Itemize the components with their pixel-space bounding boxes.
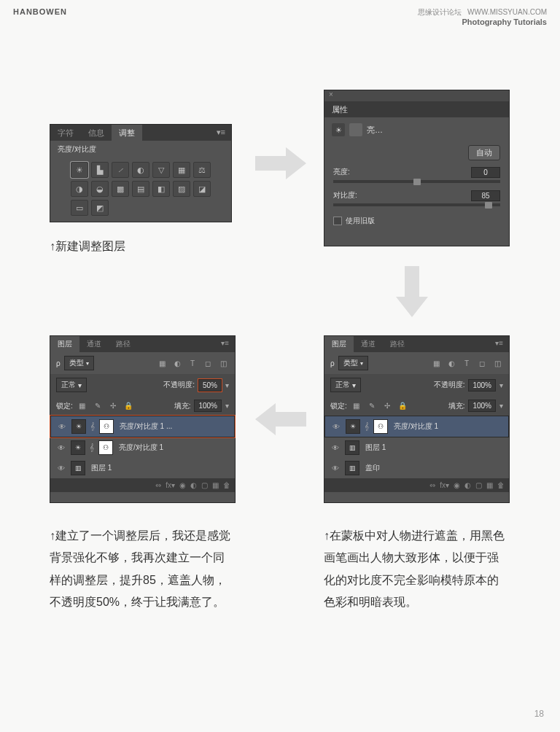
mask-add-icon[interactable]: ◉ <box>179 481 186 489</box>
trash-icon[interactable]: 🗑 <box>497 481 505 489</box>
layer-name[interactable]: 亮度/对比度 1 <box>391 421 438 432</box>
panel-close-icon[interactable]: × <box>324 90 509 101</box>
filter-pixel-icon[interactable]: ▦ <box>430 357 442 369</box>
filter-text-icon[interactable]: T <box>461 357 472 369</box>
layer-thumb[interactable]: ▥ <box>345 461 359 475</box>
threshold-icon[interactable]: ◪ <box>193 181 211 197</box>
contrast-value[interactable]: 85 <box>471 190 500 201</box>
layer-row-1[interactable]: 👁 ▥ 图层 1 <box>324 437 509 458</box>
blend-mode-select[interactable]: 正常▾ <box>56 378 87 392</box>
panel-menu-icon[interactable]: ▾≡ <box>489 336 509 352</box>
group-icon[interactable]: ▢ <box>201 481 208 489</box>
selective-color-icon[interactable]: ◩ <box>91 200 109 216</box>
tab-paths[interactable]: 路径 <box>383 336 412 352</box>
filter-adjust-icon[interactable]: ◐ <box>446 357 457 369</box>
vibrance-icon[interactable]: ▽ <box>152 162 170 178</box>
lock-all-icon[interactable]: 🔒 <box>122 400 134 412</box>
layer-name[interactable]: 盖印 <box>362 463 380 473</box>
visibility-icon[interactable]: 👁 <box>329 462 342 475</box>
mask-thumb[interactable]: ⚇ <box>98 440 113 455</box>
group-icon[interactable]: ▢ <box>475 481 482 489</box>
fx-icon[interactable]: fx▾ <box>166 481 175 489</box>
layer-row-bc1[interactable]: 👁 ☀ 𝄞 ⚇ 亮度/对比度 1 <box>324 416 509 437</box>
adjustment-icon[interactable]: ◐ <box>190 481 197 489</box>
layer-thumb-icon[interactable]: ☀ <box>71 419 86 434</box>
link-icon[interactable]: 𝄞 <box>88 443 96 452</box>
filter-shape-icon[interactable]: ◻ <box>202 357 214 369</box>
lookup-icon[interactable]: ▤ <box>132 181 149 197</box>
filter-shape-icon[interactable]: ◻ <box>476 357 488 369</box>
brightness-contrast-icon[interactable]: ☀ <box>71 162 88 178</box>
contrast-slider[interactable] <box>333 203 500 206</box>
gradient-map-icon[interactable]: ▭ <box>71 200 88 216</box>
adjustment-icon[interactable]: ◐ <box>464 481 471 489</box>
tab-layers[interactable]: 图层 <box>324 336 354 352</box>
new-layer-icon[interactable]: ▦ <box>486 481 493 489</box>
layer-thumb-icon[interactable]: ☀ <box>71 440 85 455</box>
hue-icon[interactable]: ▦ <box>173 162 190 178</box>
lock-transparent-icon[interactable]: ▦ <box>351 400 362 412</box>
bw-icon[interactable]: ◑ <box>71 181 88 197</box>
link-layers-icon[interactable]: ⇔ <box>155 481 161 489</box>
fill-value[interactable]: 100% <box>194 400 222 412</box>
layer-name[interactable]: 图层 1 <box>88 463 112 473</box>
layer-name[interactable]: 图层 1 <box>362 443 386 453</box>
visibility-icon[interactable]: 👁 <box>55 462 68 475</box>
photo-filter-icon[interactable]: ◒ <box>91 181 109 197</box>
new-layer-icon[interactable]: ▦ <box>212 481 219 489</box>
curves-icon[interactable]: ⟋ <box>112 162 129 178</box>
posterize-icon[interactable]: ▨ <box>173 181 190 197</box>
layer-row-bc1[interactable]: 👁 ☀ 𝄞 ⚇ 亮度/对比度 1 ... <box>50 416 235 437</box>
levels-icon[interactable]: ▙ <box>91 162 109 178</box>
lock-paint-icon[interactable]: ✎ <box>366 400 378 412</box>
mask-thumb[interactable]: ⚇ <box>373 419 388 434</box>
visibility-icon[interactable]: 👁 <box>55 441 68 454</box>
invert-icon[interactable]: ◧ <box>152 181 170 197</box>
legacy-checkbox[interactable] <box>333 217 342 225</box>
tab-layers[interactable]: 图层 <box>50 336 79 352</box>
fill-value[interactable]: 100% <box>468 400 496 412</box>
layer-row-1[interactable]: 👁 ▥ 图层 1 <box>50 458 235 478</box>
channel-mixer-icon[interactable]: ▩ <box>112 181 129 197</box>
tab-char[interactable]: 字符 <box>50 125 81 141</box>
mask-icon[interactable] <box>349 123 362 136</box>
filter-type-select[interactable]: 类型▾ <box>338 356 368 370</box>
link-icon[interactable]: 𝄞 <box>89 422 96 431</box>
filter-pixel-icon[interactable]: ▦ <box>156 357 168 369</box>
filter-type-select[interactable]: 类型▾ <box>64 356 94 370</box>
visibility-icon[interactable]: 👁 <box>330 420 343 433</box>
filter-text-icon[interactable]: T <box>187 357 198 369</box>
trash-icon[interactable]: 🗑 <box>223 481 230 489</box>
layer-thumb-icon[interactable]: ☀ <box>346 419 360 434</box>
layer-name[interactable]: 亮度/对比度 1 <box>116 443 163 453</box>
lock-transparent-icon[interactable]: ▦ <box>77 400 88 412</box>
layer-thumb[interactable]: ▥ <box>345 440 359 455</box>
layer-thumb[interactable]: ▥ <box>71 461 85 475</box>
link-layers-icon[interactable]: ⇔ <box>429 481 435 489</box>
lock-paint-icon[interactable]: ✎ <box>92 400 104 412</box>
visibility-icon[interactable]: 👁 <box>329 441 342 454</box>
tab-adjust[interactable]: 调整 <box>112 125 142 141</box>
lock-all-icon[interactable]: 🔒 <box>397 400 408 412</box>
layer-row-stamp[interactable]: 👁 ▥ 盖印 <box>324 458 509 478</box>
filter-smart-icon[interactable]: ◫ <box>217 357 229 369</box>
filter-smart-icon[interactable]: ◫ <box>491 357 503 369</box>
tab-info[interactable]: 信息 <box>81 125 112 141</box>
brightness-value[interactable]: 0 <box>471 167 500 178</box>
layer-row-bc2[interactable]: 👁 ☀ 𝄞 ⚇ 亮度/对比度 1 <box>50 437 235 458</box>
blend-mode-select[interactable]: 正常▾ <box>330 378 361 392</box>
tab-channels[interactable]: 通道 <box>354 336 383 352</box>
tab-channels[interactable]: 通道 <box>79 336 109 352</box>
opacity-value[interactable]: 100% <box>468 379 496 392</box>
brightness-slider[interactable] <box>333 180 500 183</box>
fx-icon[interactable]: fx▾ <box>440 481 449 489</box>
layer-name[interactable]: 亮度/对比度 1 ... <box>117 421 172 432</box>
properties-tab[interactable]: 属性 <box>324 101 509 117</box>
opacity-value[interactable]: 50% <box>198 379 222 392</box>
exposure-icon[interactable]: ◐ <box>132 162 149 178</box>
link-icon[interactable]: 𝄞 <box>363 422 370 431</box>
auto-button[interactable]: 自动 <box>468 145 500 160</box>
lock-move-icon[interactable]: ✢ <box>381 400 393 412</box>
panel-menu-icon[interactable]: ▾≡ <box>211 125 231 141</box>
mask-add-icon[interactable]: ◉ <box>454 481 460 489</box>
